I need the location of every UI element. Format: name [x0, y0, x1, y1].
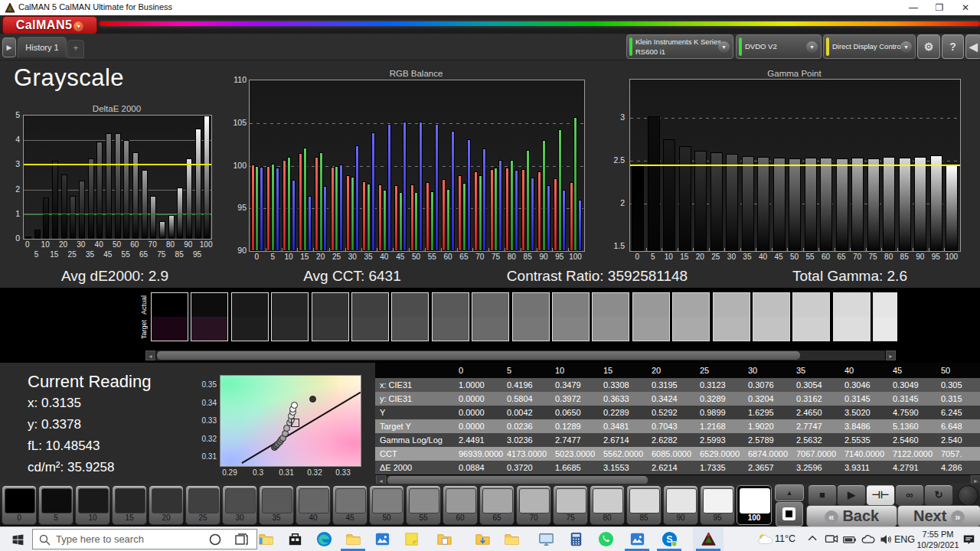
weather-widget[interactable]: 11°C: [756, 531, 802, 548]
back-button[interactable]: « Back: [806, 505, 897, 527]
pattern-patch-90[interactable]: 90: [663, 485, 698, 525]
microsoft-store-taskbar-icon[interactable]: [279, 527, 310, 551]
pattern-patch-55[interactable]: 55: [406, 485, 441, 525]
pattern-patch-45[interactable]: 45: [332, 485, 368, 525]
meet-now-tray-icon[interactable]: [824, 532, 841, 547]
folder-downloads-taskbar-icon[interactable]: [467, 527, 498, 551]
whatsapp-taskbar-icon[interactable]: [590, 527, 621, 551]
battery-tray-icon[interactable]: [842, 532, 859, 547]
pattern-patch-25[interactable]: 25: [185, 485, 220, 525]
photos-app-small-taskbar-icon[interactable]: [367, 527, 397, 551]
deltae-ytick-4: 4: [0, 135, 20, 144]
loop-button[interactable]: ↻: [924, 484, 953, 506]
green-bar-20: [319, 152, 323, 251]
onedrive-tray-icon[interactable]: [861, 532, 877, 547]
add-tab-button[interactable]: +: [67, 40, 84, 58]
calculator-taskbar-icon[interactable]: [560, 527, 591, 551]
actual-swatch-80: [793, 293, 829, 317]
next-button[interactable]: Next »: [897, 505, 980, 527]
start-button[interactable]: [11, 533, 24, 546]
pattern-patch-30[interactable]: 30: [222, 485, 257, 525]
target-swatch-55: [593, 317, 629, 341]
documents-folder-taskbar-icon[interactable]: [429, 527, 459, 551]
deltae-ytick-1: 1: [0, 209, 20, 218]
strip-scrollbar[interactable]: [156, 350, 885, 360]
calman-app-taskbar-icon[interactable]: [693, 527, 724, 551]
display-control-dropdown[interactable]: Direct Display Control ▼: [823, 34, 916, 59]
pattern-patch-95[interactable]: 95: [700, 485, 735, 525]
cortana-button[interactable]: [208, 533, 222, 546]
green-bar-70: [479, 175, 482, 251]
chrome-browser-taskbar-icon[interactable]: [338, 527, 368, 551]
patch-scroll-up-button[interactable]: ▲: [775, 484, 804, 501]
gridline: [250, 123, 584, 124]
settings-gear-button[interactable]: ⚙: [917, 34, 940, 59]
file-explorer-pinned-taskbar-icon[interactable]: [250, 527, 281, 551]
restore-button[interactable]: ❐: [928, 2, 951, 14]
x-tick: [646, 248, 647, 251]
language-indicator[interactable]: ENG: [894, 534, 915, 545]
folder-taskbar-icon[interactable]: [496, 527, 527, 551]
pattern-window-button[interactable]: [776, 502, 803, 527]
gamma-point-chart: [629, 79, 961, 252]
meter-name: Klein Instruments K Series: [635, 37, 721, 46]
cell: 3.9311: [842, 461, 890, 474]
actual-swatch-10: [232, 293, 268, 317]
table-row-target-y: Target Y0.00000.02360.12890.34810.70431.…: [375, 419, 980, 433]
strip-scrollbar-thumb[interactable]: [157, 351, 800, 360]
clock-time: 7:55 PM: [923, 530, 954, 539]
sticky-notes-taskbar-icon[interactable]: [396, 527, 426, 551]
this-pc-taskbar-icon[interactable]: [531, 527, 561, 551]
deltae-xtick-90: 90: [179, 240, 198, 249]
pattern-patch-100[interactable]: 100: [737, 485, 772, 525]
skype-taskbar-icon[interactable]: S: [654, 527, 684, 551]
x-tick: [361, 248, 362, 251]
play-button[interactable]: ▶: [837, 484, 866, 506]
strip-scroll-left-button[interactable]: ◄: [145, 350, 155, 360]
x-tick: [740, 248, 741, 251]
minimize-button[interactable]: —: [902, 2, 925, 14]
pattern-patch-15[interactable]: 15: [112, 485, 147, 525]
continuous-button[interactable]: ∞: [895, 484, 924, 506]
pattern-patch-60[interactable]: 60: [443, 485, 478, 525]
pattern-patch-35[interactable]: 35: [259, 485, 294, 525]
taskbar-search-input[interactable]: Type here to search: [32, 529, 257, 549]
cell: 0.0650: [553, 406, 601, 419]
deltae-bar-75: [159, 221, 165, 240]
volume-tray-icon[interactable]: [879, 532, 896, 547]
pattern-patch-0[interactable]: 0: [2, 485, 37, 525]
help-button[interactable]: ?: [942, 34, 964, 59]
source-dropdown[interactable]: DVDO V2 ▼: [736, 34, 822, 59]
source-status-indicator: [739, 37, 742, 56]
pattern-patch-80[interactable]: 80: [590, 485, 625, 525]
pattern-patch-65[interactable]: 65: [479, 485, 514, 525]
photos-app-taskbar-icon[interactable]: [622, 527, 652, 551]
pattern-patch-75[interactable]: 75: [553, 485, 588, 525]
chevron-up-tray-icon[interactable]: [805, 532, 822, 547]
calman-logo-menu[interactable]: CalMAN5▼: [2, 16, 97, 34]
action-center-button[interactable]: [962, 533, 975, 546]
edge-browser-taskbar-icon[interactable]: [309, 527, 339, 551]
meter-dropdown[interactable]: Klein Instruments K SeriesRS600 i1 ▼: [626, 34, 733, 59]
pattern-patch-70[interactable]: 70: [516, 485, 551, 525]
strip-swatch-50: [552, 292, 590, 341]
tab-history-1[interactable]: History 1: [18, 37, 67, 57]
taskbar-clock[interactable]: 7:55 PM10/29/2021: [916, 529, 960, 550]
next-label: Next: [913, 507, 946, 524]
pattern-patch-5[interactable]: 5: [38, 485, 74, 525]
pattern-patch-50[interactable]: 50: [369, 485, 404, 525]
single-measure-button[interactable]: ⊣⊢: [866, 484, 895, 506]
x-tick: [897, 248, 898, 251]
pattern-patch-85[interactable]: 85: [626, 485, 662, 525]
nav-expand-arrow-button[interactable]: ▶: [2, 37, 16, 57]
strip-scroll-right-button[interactable]: ►: [886, 350, 896, 360]
gamma-bar-80: [883, 157, 895, 251]
pattern-patch-20[interactable]: 20: [149, 485, 184, 525]
task-view-button[interactable]: [234, 533, 248, 546]
collapse-panel-button[interactable]: ◀: [965, 34, 980, 59]
pattern-patch-40[interactable]: 40: [296, 485, 331, 525]
pattern-patch-10[interactable]: 10: [75, 485, 110, 525]
stop-button[interactable]: ■: [808, 484, 837, 506]
close-button[interactable]: ✕: [954, 2, 977, 14]
cell: 0.0042: [505, 406, 553, 419]
